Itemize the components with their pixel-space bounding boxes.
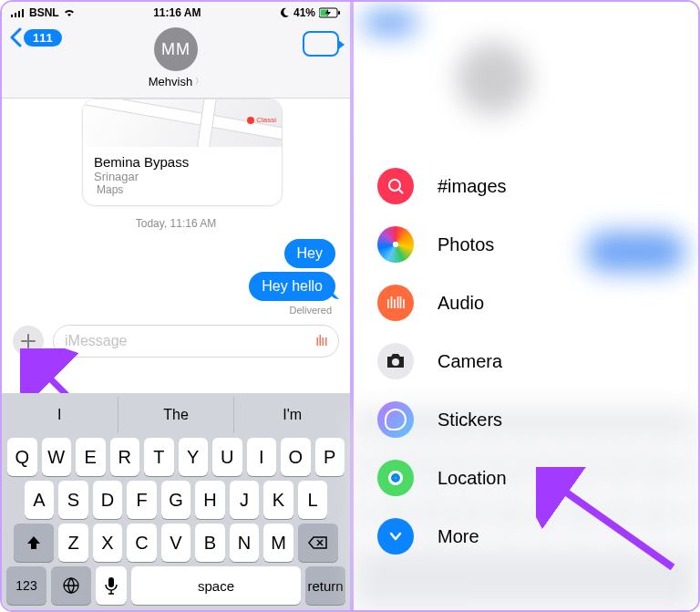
- key[interactable]: D: [93, 481, 123, 519]
- menu-item-photos[interactable]: Photos: [377, 226, 507, 263]
- dictation-key[interactable]: [96, 566, 127, 605]
- key[interactable]: O: [281, 438, 311, 476]
- location-icon: [377, 460, 414, 496]
- key[interactable]: H: [195, 481, 225, 519]
- keyboard: I The I'm Q W E R T Y U I O P A S D F G …: [2, 393, 350, 610]
- contact-name-button[interactable]: Mehvish 〉: [149, 75, 203, 88]
- menu-label: #images: [438, 176, 507, 197]
- location-card[interactable]: Classi Bemina Bypass Srinagar Maps: [82, 99, 283, 206]
- message-bubble[interactable]: Hey: [284, 239, 335, 268]
- status-bar: BSNL 11:16 AM 41%: [2, 2, 350, 22]
- location-title: Bemina Bypass: [94, 154, 271, 170]
- menu-label: Stickers: [438, 410, 502, 430]
- messages-screen: BSNL 11:16 AM 41% 111 MM Mehvish 〉: [2, 2, 350, 610]
- location-subtitle: Srinagar: [94, 170, 271, 183]
- message-input[interactable]: iMessage ılıı: [53, 325, 339, 358]
- menu-item-more[interactable]: More: [377, 518, 507, 555]
- key[interactable]: K: [263, 481, 293, 519]
- key-row: 123 space return: [2, 562, 350, 610]
- return-key[interactable]: return: [305, 566, 345, 605]
- suggestion[interactable]: I: [2, 397, 118, 433]
- battery-icon: [319, 7, 341, 18]
- wifi-icon: [63, 8, 76, 17]
- svg-rect-0: [11, 15, 13, 17]
- svg-line-10: [399, 190, 403, 193]
- globe-icon: [62, 576, 80, 595]
- space-key[interactable]: space: [131, 566, 301, 605]
- key[interactable]: J: [230, 481, 260, 519]
- svg-point-9: [389, 180, 400, 191]
- svg-rect-1: [15, 13, 16, 17]
- key[interactable]: P: [315, 438, 345, 476]
- key[interactable]: E: [76, 438, 106, 476]
- chevron-right-icon: 〉: [195, 76, 203, 88]
- key[interactable]: R: [110, 438, 140, 476]
- moon-icon: [279, 7, 290, 18]
- map-poi: Classi: [247, 116, 276, 124]
- mic-icon: [105, 576, 118, 595]
- suggestion[interactable]: The: [118, 397, 235, 433]
- key[interactable]: Q: [7, 438, 37, 476]
- key[interactable]: V: [161, 524, 191, 562]
- key-row: Q W E R T Y U I O P: [2, 433, 350, 476]
- key[interactable]: W: [42, 438, 72, 476]
- messages-list[interactable]: Classi Bemina Bypass Srinagar Maps Today…: [2, 99, 350, 316]
- images-icon: [377, 168, 414, 204]
- backspace-key[interactable]: [298, 524, 338, 562]
- timestamp-label: Today, 11:16 AM: [11, 217, 341, 230]
- stickers-icon: [377, 401, 414, 438]
- key[interactable]: L: [298, 481, 328, 519]
- facetime-button[interactable]: [303, 31, 339, 57]
- apps-menu: #images Photos ılıllı Audio Camera Stick…: [377, 168, 507, 555]
- svg-rect-3: [22, 9, 24, 17]
- clock-label: 11:16 AM: [153, 6, 201, 19]
- message-bubble[interactable]: Hey hello: [249, 272, 335, 301]
- add-apps-button[interactable]: [13, 326, 44, 357]
- key[interactable]: N: [230, 524, 260, 562]
- plus-icon: [20, 333, 36, 349]
- suggestion-bar: I The I'm: [2, 397, 350, 433]
- map-thumbnail: Classi: [83, 99, 282, 147]
- avatar[interactable]: MM: [154, 27, 198, 71]
- apps-menu-screen: #images Photos ılıllı Audio Camera Stick…: [354, 2, 698, 610]
- location-app-label: Maps: [97, 183, 123, 196]
- chevron-down-icon: [388, 529, 403, 544]
- shift-key[interactable]: [14, 524, 54, 562]
- menu-item-images[interactable]: #images: [377, 168, 507, 204]
- unread-badge: 111: [24, 29, 62, 47]
- key[interactable]: X: [93, 524, 123, 562]
- battery-percent-label: 41%: [293, 6, 315, 19]
- globe-key[interactable]: [51, 566, 91, 605]
- key[interactable]: S: [58, 481, 88, 519]
- audio-message-button[interactable]: ılıı: [315, 333, 327, 349]
- poi-label: Classi: [256, 116, 276, 124]
- suggestion[interactable]: I'm: [234, 397, 350, 433]
- key[interactable]: U: [212, 438, 242, 476]
- backspace-icon: [308, 535, 328, 550]
- back-button[interactable]: 111: [9, 27, 62, 47]
- key[interactable]: B: [195, 524, 225, 562]
- key[interactable]: A: [25, 481, 55, 519]
- menu-label: More: [438, 526, 479, 547]
- key[interactable]: G: [161, 481, 191, 519]
- key[interactable]: M: [263, 524, 293, 562]
- numbers-key[interactable]: 123: [6, 566, 46, 605]
- key[interactable]: Y: [179, 438, 209, 476]
- more-icon: [377, 518, 414, 555]
- key[interactable]: T: [144, 438, 174, 476]
- key[interactable]: Z: [58, 524, 88, 562]
- menu-item-camera[interactable]: Camera: [377, 343, 507, 379]
- message-placeholder: iMessage: [65, 333, 127, 349]
- menu-item-audio[interactable]: ılıllı Audio: [377, 285, 507, 321]
- menu-item-stickers[interactable]: Stickers: [377, 401, 507, 438]
- camera-icon: [377, 343, 414, 379]
- key-row: A S D F G H J K L: [2, 476, 350, 519]
- contact-name-label: Mehvish: [149, 75, 192, 88]
- svg-rect-6: [338, 11, 340, 15]
- key[interactable]: F: [127, 481, 157, 519]
- key[interactable]: C: [127, 524, 157, 562]
- key[interactable]: I: [247, 438, 277, 476]
- menu-label: Location: [438, 468, 507, 489]
- signal-icon: [11, 8, 26, 17]
- menu-item-location[interactable]: Location: [377, 460, 507, 496]
